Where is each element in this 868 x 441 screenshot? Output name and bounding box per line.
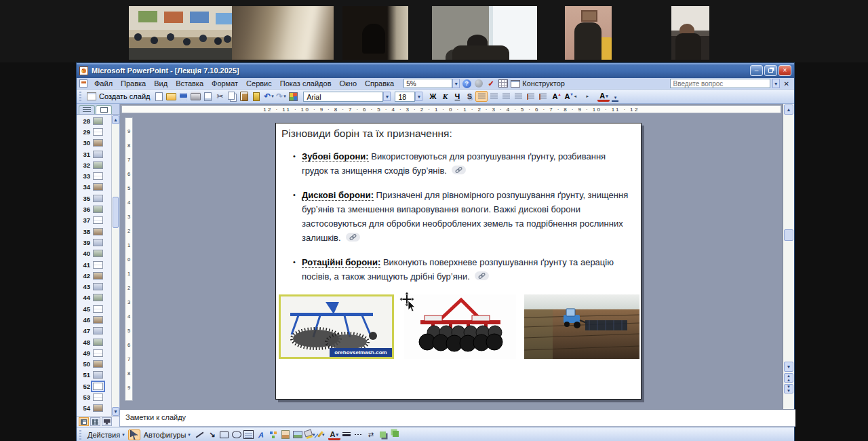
slide-thumb-item-53[interactable]: 53 [77, 391, 112, 402]
menu-item-2[interactable]: Вид [150, 79, 172, 88]
previous-slide-button[interactable]: ▲▲ [784, 373, 793, 383]
slide-thumbnail[interactable] [93, 128, 103, 136]
copy-icon[interactable] [226, 91, 238, 102]
restore-button[interactable] [764, 65, 777, 76]
align-left-icon[interactable] [475, 91, 488, 102]
font-size-value[interactable]: 18 [395, 92, 415, 102]
drawbar-grip[interactable] [79, 430, 81, 440]
slide-thumbnail[interactable] [93, 360, 103, 368]
3d-style-icon[interactable] [389, 429, 401, 440]
tab-slides[interactable] [96, 105, 112, 114]
design-button[interactable]: Конструктор [522, 79, 565, 88]
numbering-icon[interactable] [524, 91, 536, 102]
minimize-button[interactable]: – [750, 65, 763, 76]
slide-thumbnail[interactable] [93, 305, 103, 313]
font-name-combo[interactable]: Arial ▼ [303, 92, 391, 102]
research-icon[interactable] [473, 79, 484, 89]
slide-thumb-item-29[interactable]: 29 [77, 126, 112, 137]
menu-item-6[interactable]: Показ слайдов [276, 79, 336, 88]
hyperlink-icon[interactable] [452, 166, 466, 174]
tab-outline[interactable] [79, 105, 95, 114]
underline-icon[interactable]: Ч [451, 91, 463, 102]
notes-pane[interactable]: Заметки к слайду [120, 409, 795, 427]
slide-thumb-item-51[interactable]: 51 [77, 370, 112, 381]
slide-thumbnail[interactable] [93, 294, 103, 301]
redo-icon[interactable] [275, 91, 287, 102]
slide-thumbnail[interactable] [93, 383, 103, 390]
font-size-combo[interactable]: 18 ▼ [395, 92, 422, 102]
rectangle-icon[interactable] [218, 429, 231, 440]
webcam-tile-room-blur[interactable] [232, 6, 334, 60]
menu-item-3[interactable]: Вставка [172, 79, 208, 88]
save-icon[interactable] [177, 91, 189, 102]
slide-thumb-item-49[interactable]: 49 [77, 347, 112, 358]
print-icon[interactable] [189, 91, 201, 102]
close-button[interactable]: × [778, 65, 791, 76]
line-color-icon[interactable] [316, 429, 328, 440]
slide-thumbnail[interactable] [93, 139, 103, 147]
arrow-style-icon[interactable] [365, 429, 377, 440]
slide-thumbnail[interactable] [93, 349, 103, 357]
paste-icon[interactable] [238, 91, 250, 102]
slide-thumbnail[interactable] [93, 228, 103, 235]
font-size-dropdown-icon[interactable]: ▼ [415, 92, 422, 101]
color-schemes-icon[interactable] [287, 91, 299, 102]
ask-question-input[interactable] [670, 79, 770, 88]
slide-thumb-item-33[interactable]: 33 [77, 170, 112, 181]
menu-item-1[interactable]: Правка [117, 79, 150, 88]
slide-thumbnail[interactable] [93, 239, 103, 246]
slide-design-icon[interactable] [510, 79, 521, 89]
arrow-icon[interactable] [206, 429, 218, 440]
next-slide-button[interactable]: ▼▼ [784, 384, 793, 394]
slide-thumb-item-54[interactable]: 54 [77, 403, 112, 414]
font-name-value[interactable]: Arial [303, 92, 383, 102]
slide-thumb-item-36[interactable]: 36 [77, 204, 112, 214]
slide-thumbnail[interactable] [93, 272, 103, 280]
close-document-icon[interactable]: ✕ [782, 80, 791, 88]
webcam-tile-dark-portrait[interactable] [342, 6, 408, 60]
panel-scrollbar[interactable]: ▲ ▼ [111, 115, 119, 416]
disc-harrow-image[interactable] [404, 294, 516, 362]
slide-thumbnail[interactable] [93, 195, 103, 202]
panel-scroll-down-icon[interactable]: ▼ [112, 407, 119, 416]
slide-thumbnail[interactable] [93, 404, 103, 412]
slide-thumbnail[interactable] [93, 172, 103, 180]
dash-style-icon[interactable] [353, 429, 365, 440]
slide-thumbnail[interactable] [93, 283, 103, 290]
menu-item-8[interactable]: Справка [361, 79, 398, 88]
autoshapes-menu-button[interactable]: Автофигуры [140, 430, 194, 440]
menu-item-0[interactable]: Файл [90, 79, 117, 88]
normal-view-button[interactable] [79, 417, 89, 426]
menu-item-5[interactable]: Сервис [242, 79, 276, 88]
hyperlink-icon[interactable] [475, 271, 489, 280]
select-arrow-icon[interactable] [128, 429, 140, 440]
slide-thumb-item-35[interactable]: 35 [77, 193, 112, 204]
scroll-track[interactable] [784, 115, 793, 361]
new-document-icon[interactable] [153, 91, 165, 102]
slide-thumb-item-38[interactable]: 38 [77, 226, 112, 237]
scroll-thumb[interactable] [784, 229, 793, 241]
decrease-indent-icon[interactable] [573, 91, 585, 102]
scroll-down-icon[interactable]: ▼ [784, 362, 793, 372]
slide-thumbnail[interactable] [93, 316, 103, 324]
menu-item-4[interactable]: Формат [208, 79, 242, 88]
panel-scroll-thumb[interactable] [113, 197, 119, 228]
text-box-icon[interactable] [243, 429, 255, 440]
webcam-tile-portrait-wall[interactable] [565, 6, 612, 60]
slide-thumb-item-48[interactable]: 48 [77, 337, 112, 347]
slide-thumbnail[interactable] [93, 394, 103, 401]
slide-thumbnail[interactable] [93, 371, 103, 379]
hyperlink-icon[interactable] [346, 233, 360, 242]
help-icon[interactable] [461, 79, 472, 89]
slide-thumb-item-31[interactable]: 31 [77, 149, 112, 159]
word-art-icon[interactable] [255, 429, 267, 440]
slide-thumb-item-47[interactable]: 47 [77, 326, 112, 337]
align-right-icon[interactable] [500, 91, 512, 102]
slide-thumbnail[interactable] [93, 117, 103, 125]
slide-thumb-item-46[interactable]: 46 [77, 314, 112, 325]
slide-thumb-item-30[interactable]: 30 [77, 138, 112, 149]
slide-thumb-item-39[interactable]: 39 [77, 237, 112, 248]
gridlines-icon[interactable] [498, 79, 509, 89]
line-icon[interactable] [194, 429, 206, 440]
line-style-icon[interactable] [340, 429, 353, 440]
